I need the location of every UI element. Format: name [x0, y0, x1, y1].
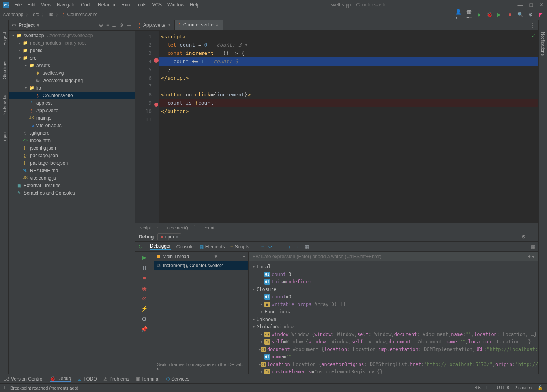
menu-code[interactable]: Code [81, 2, 92, 8]
crumb-file[interactable]: Counter.svelte [67, 12, 97, 17]
bottom-problems[interactable]: ⚠Problems [103, 376, 129, 382]
step-out-icon[interactable]: ↑ [288, 244, 291, 249]
menu-run[interactable]: Run [121, 2, 130, 8]
tree-item[interactable]: ▸📁public [9, 47, 135, 54]
tab-console[interactable]: Console [176, 244, 194, 249]
tree-item[interactable]: ▦External Libraries [9, 182, 135, 189]
coverage-button[interactable]: ▶· [496, 11, 503, 18]
pause-icon[interactable]: ⏸ [142, 264, 147, 271]
select-opened-file-icon[interactable]: ⊕ [99, 23, 103, 28]
debug-settings-icon[interactable]: ⚙ [521, 234, 526, 240]
bottom-terminal[interactable]: ▣Terminal [136, 376, 159, 382]
tree-item[interactable]: ⟆Counter.svelte [9, 92, 135, 99]
menu-window[interactable]: Window [167, 2, 184, 8]
sidetab-npm[interactable]: npm [2, 132, 7, 141]
frames-dropdown-icon[interactable]: ▾ [243, 254, 245, 259]
stop-debug-icon[interactable]: ■ [142, 275, 146, 281]
menu-view[interactable]: View [41, 2, 51, 8]
layout-settings-icon[interactable]: ▦ [531, 244, 535, 249]
close-icon[interactable]: × [216, 22, 219, 28]
evaluate-expression-icon[interactable]: ▦ [305, 244, 309, 249]
inspection-ok-icon[interactable]: ✓ [532, 32, 535, 39]
pin-icon[interactable]: 📌 [141, 326, 148, 332]
crumb-src[interactable]: src [33, 12, 39, 17]
hide-panel-icon[interactable]: — [127, 23, 131, 28]
tree-item[interactable]: ▾📁svelteappC:\demos\js\svelteapp [9, 32, 135, 39]
rerun-icon[interactable]: ↻ [138, 244, 143, 250]
sidetab-project[interactable]: Project [2, 32, 7, 45]
crumb-script[interactable]: script [140, 225, 151, 230]
show-execution-point-icon[interactable]: ≡ [261, 244, 264, 249]
menu-navigate[interactable]: Navigate [57, 2, 75, 8]
tree-item[interactable]: TSvite-env.d.ts [9, 122, 135, 129]
run-button[interactable]: ▶ [476, 11, 482, 18]
tab-options-icon[interactable]: ⋮ [530, 23, 535, 28]
step-into-icon[interactable]: ↓ [276, 244, 278, 249]
tab-counter-svelte[interactable]: ⟆Counter.svelte× [175, 20, 223, 30]
status-encoding[interactable]: UTF-8 [497, 385, 509, 390]
status-lock-icon[interactable]: 🔓 [538, 385, 543, 390]
mute-breakpoints-icon[interactable]: ⊘ [142, 295, 147, 302]
variables-tree[interactable]: ▾Local 01count = 3 01this = undefined ▾C… [249, 261, 538, 374]
stop-button[interactable]: ■ [507, 11, 513, 18]
collapse-all-icon[interactable]: ≣ [112, 23, 116, 28]
jb-toolbox-icon[interactable]: ◤ [538, 11, 544, 18]
tree-settings-icon[interactable]: ⚙ [119, 23, 124, 28]
tab-scripts[interactable]: ≡Scripts [230, 244, 249, 249]
breakpoint-gutter[interactable] [154, 31, 159, 223]
step-over-icon[interactable]: ⤻ [268, 244, 272, 249]
status-position[interactable]: 4:5 [475, 385, 481, 390]
crumb-lib[interactable]: lib [49, 12, 53, 17]
add-watch-icon[interactable]: + ▾ [528, 254, 534, 259]
tree-item[interactable]: ▾📁src [9, 54, 135, 62]
debug-hide-icon[interactable]: — [530, 234, 534, 240]
tree-item[interactable]: {}package-lock.json [9, 159, 135, 167]
tree-item[interactable]: 🖼webstorm-logo.png [9, 77, 135, 84]
crumb-project[interactable]: svelteapp [3, 12, 23, 17]
debug-run-config[interactable]: ●npm× [157, 233, 181, 240]
breakpoint-icon[interactable] [154, 103, 158, 107]
force-step-into-icon[interactable]: ↓ [282, 244, 285, 249]
close-button[interactable]: ✕ [539, 2, 544, 8]
project-tree[interactable]: ▾📁svelteappC:\demos\js\svelteapp▸📁node_m… [9, 31, 135, 374]
code-editor[interactable]: 1234567891011 <script> let count = 0 cou… [135, 31, 538, 223]
tree-item[interactable]: <>index.html [9, 137, 135, 144]
minimize-button[interactable]: — [518, 2, 523, 8]
maximize-button[interactable]: □ [530, 2, 533, 8]
menu-tools[interactable]: Tools [135, 2, 146, 8]
tree-item[interactable]: ◆svelte.svg [9, 69, 135, 77]
tab-app-svelte[interactable]: ⟆App.svelte× [135, 20, 175, 30]
tree-item[interactable]: ▸📁node_moduleslibrary root [9, 39, 135, 47]
menu-file[interactable]: File [14, 2, 22, 8]
resume-icon[interactable]: ▶ [142, 254, 146, 261]
sidetab-structure[interactable]: Structure [2, 61, 7, 79]
thread-name[interactable]: Main Thread [163, 254, 189, 259]
menu-vcs[interactable]: VCS [152, 2, 162, 8]
close-icon[interactable]: × [168, 23, 170, 28]
run-config-selector[interactable]: ▥ ▾ [466, 11, 472, 18]
user-icon[interactable]: 👤▾ [455, 11, 462, 18]
tree-item[interactable]: {}package.json [9, 152, 135, 159]
debug-button[interactable]: 🐞 [486, 11, 493, 18]
tree-item[interactable]: M↓README.md [9, 167, 135, 174]
frames-filter-icon[interactable]: ▼ [214, 254, 218, 259]
status-indent[interactable]: 2 spaces [515, 385, 532, 390]
expand-all-icon[interactable]: ≡ [106, 23, 109, 28]
view-breakpoints-icon[interactable]: ◉ [142, 285, 147, 291]
run-to-cursor-icon[interactable]: →| [295, 244, 301, 249]
evaluate-input[interactable]: Evaluate expression (Enter) or add a wat… [253, 254, 382, 259]
crumb-count[interactable]: count [204, 225, 214, 230]
sidetab-bookmarks[interactable]: Bookmarks [2, 95, 7, 116]
tree-item[interactable]: ▾📁assets [9, 62, 135, 69]
thread-dump-icon[interactable]: ⚡ [141, 306, 148, 312]
breakpoint-hit-icon[interactable] [154, 58, 159, 63]
bottom-version-control[interactable]: ⎇Version Control [4, 376, 43, 382]
status-line-sep[interactable]: LF [486, 385, 491, 390]
tree-item[interactable]: JSvite.config.js [9, 174, 135, 182]
tree-item[interactable]: ✎Scratches and Consoles [9, 189, 135, 197]
tree-item[interactable]: JSmain.js [9, 114, 135, 122]
settings-icon[interactable]: ⚙ [527, 11, 534, 18]
tab-debugger[interactable]: Debugger [150, 243, 171, 250]
tree-item[interactable]: ⟆App.svelte [9, 107, 135, 114]
menu-refactor[interactable]: Refactor [98, 2, 116, 8]
